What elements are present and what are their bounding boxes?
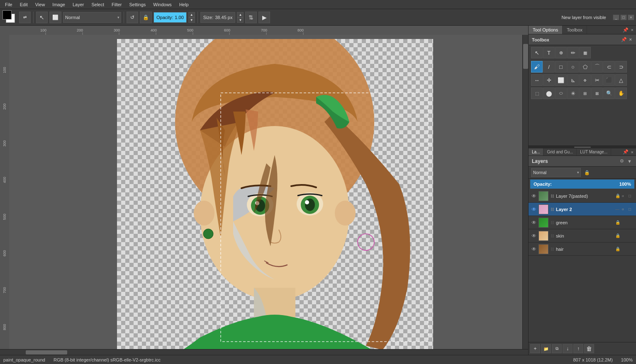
tool-eyedropper[interactable]: ⊕ (555, 47, 567, 58)
toolbox-pin-btn[interactable]: 📌 (620, 36, 628, 43)
tool-sel-border[interactable]: ⊠ (591, 87, 603, 99)
new-layer-btn[interactable]: + (530, 344, 540, 353)
swap-colors-btn[interactable]: ⇄ (19, 12, 31, 23)
tool-smudge[interactable]: ⋄ (579, 74, 591, 86)
layer-eye-pasted[interactable]: 👁 (530, 192, 538, 200)
tool-path2[interactable]: ⊃ (615, 61, 627, 73)
tool-warp[interactable]: ⊾ (567, 74, 579, 86)
tool-zoom[interactable]: 🔍 (603, 87, 615, 99)
layers-panel: La... Grid and Gu... LUT Manage... 📌 × L… (529, 148, 636, 355)
vertical-scrollbar[interactable] (522, 35, 528, 349)
layer-eye-layer2[interactable]: 👁 (530, 206, 538, 213)
layers-close-btn[interactable]: × (630, 149, 634, 155)
tool-align[interactable]: ↔ (531, 74, 543, 86)
panel-close-btn[interactable]: × (630, 27, 634, 33)
menu-layer[interactable]: Layer (69, 1, 88, 8)
layer-eye-green[interactable]: 👁 (530, 219, 538, 226)
delete-layer-btn[interactable]: 🗑 (584, 344, 594, 353)
tab-lut-manager[interactable]: LUT Manage... (577, 148, 611, 155)
reset-opacity-btn[interactable]: ↺ (127, 12, 138, 23)
tool-option-1[interactable]: ↖ (36, 12, 48, 23)
layer-eye-hair[interactable]: 👁 (530, 245, 538, 253)
menu-help[interactable]: Help (176, 1, 192, 8)
layer-row-skin[interactable]: 👁 ⛓ skin 🔒 (529, 229, 636, 243)
layer-lock-skin[interactable]: 🔒 (615, 233, 621, 238)
size-control: Size: 38.45 px (200, 12, 236, 23)
opacity-down-btn[interactable]: ▼ (188, 17, 195, 23)
horizontal-scrollbar[interactable] (0, 349, 528, 355)
tool-sel-fuzzy[interactable]: ✳ (567, 87, 579, 99)
layer-row-green[interactable]: 👁 ⛓ green 🔒 (529, 216, 636, 229)
layer-row-layer2[interactable]: 👁 ⛓ Layer 2 — α □ (529, 203, 636, 216)
foreground-color-swatch[interactable] (2, 10, 12, 19)
tool-text[interactable]: T (543, 47, 555, 58)
minimize-btn[interactable]: _ (613, 15, 619, 20)
close-btn[interactable]: × (628, 15, 634, 20)
tool-polygon[interactable]: ⬠ (579, 61, 591, 73)
layer-eye-skin[interactable]: 👁 (530, 232, 538, 240)
layers-opacity-bar[interactable]: Opacity: 100% (530, 180, 634, 189)
tool-curve[interactable]: ⌒ (591, 61, 603, 73)
tool-pointer[interactable]: ↖ (531, 47, 543, 58)
menu-select[interactable]: Select (88, 1, 107, 8)
layers-lock-btn[interactable]: 🔒 (583, 169, 591, 176)
menu-windows[interactable]: Windows (150, 1, 175, 8)
tool-line[interactable]: / (543, 61, 555, 73)
tool-option-2[interactable]: ⬜ (49, 12, 61, 23)
layer-lock-pasted[interactable]: 🔒 (615, 194, 621, 198)
tab-layers[interactable]: La... (529, 148, 543, 155)
tool-scissors[interactable]: ✂ (591, 74, 603, 86)
horizontal-scrollbar-thumb[interactable] (26, 350, 67, 354)
move-layer-down-btn[interactable]: ↓ (563, 344, 573, 353)
tool-eraser[interactable]: ▦ (579, 47, 591, 58)
duplicate-layer-btn[interactable]: ⧉ (552, 344, 562, 353)
new-layer-group-btn[interactable]: 📁 (541, 344, 551, 353)
tool-perspective[interactable]: △ (615, 74, 627, 86)
tool-path1[interactable]: ⊂ (603, 61, 615, 73)
vertical-scrollbar-thumb[interactable] (523, 44, 528, 69)
layer-lock-layer2[interactable]: — (615, 207, 621, 211)
layer-row-pasted[interactable]: 👁 ⛓ Layer 7(pasted) 🔒 α □ (529, 189, 636, 203)
flip-h-btn[interactable]: ⇅ (245, 12, 257, 23)
tool-sel-freehand[interactable]: ⬭ (555, 87, 567, 99)
layers-settings-btn[interactable]: ⚙ (619, 158, 625, 165)
menu-view[interactable]: View (32, 1, 49, 8)
layers-pin-btn[interactable]: 📌 (622, 148, 629, 155)
tab-grid-guides[interactable]: Grid and Gu... (543, 148, 577, 155)
move-layer-up-btn[interactable]: ↑ (573, 344, 583, 353)
layers-expand-btn[interactable]: ▼ (626, 158, 633, 165)
maximize-btn[interactable]: □ (620, 15, 627, 20)
flip-v-btn[interactable]: ▶ (258, 12, 270, 23)
layer-lock-hair[interactable]: 🔒 (615, 247, 621, 251)
tool-pencil[interactable]: ✏ (567, 47, 579, 58)
layer-lock-green[interactable]: 🔒 (615, 220, 621, 225)
canvas-viewport[interactable] (9, 35, 522, 349)
opacity-up-btn[interactable]: ▲ (188, 12, 195, 17)
menu-filter[interactable]: Filter (108, 1, 125, 8)
panel-pin-btn[interactable]: 📌 (622, 27, 629, 34)
tool-sel-rect[interactable]: ⬚ (531, 87, 543, 99)
tool-paintbrush[interactable]: 🖌 (531, 61, 543, 73)
tab-tool-options[interactable]: Tool Options (529, 26, 563, 34)
lock-opacity-btn[interactable]: 🔒 (140, 12, 152, 23)
layer-row-hair[interactable]: 👁 ⛓ hair 🔒 (529, 243, 636, 256)
menu-edit[interactable]: Edit (17, 1, 31, 8)
size-up-btn[interactable]: ▲ (237, 12, 244, 17)
tool-move[interactable]: ✛ (543, 74, 555, 86)
tool-circle[interactable]: ○ (567, 61, 579, 73)
tool-sel-grow[interactable]: ⊞ (579, 87, 591, 99)
size-down-btn[interactable]: ▼ (237, 17, 244, 23)
menu-settings[interactable]: Settings (126, 1, 149, 8)
layers-mode-select[interactable]: Normal Multiply Screen (531, 168, 581, 177)
menu-file[interactable]: File (2, 1, 16, 8)
tool-clone[interactable]: ⬛ (603, 74, 615, 86)
menu-image[interactable]: Image (49, 1, 68, 8)
toolbox-close-btn[interactable]: × (629, 36, 633, 43)
tool-crop[interactable]: ⬜ (555, 74, 567, 86)
tool-pan[interactable]: ✋ (615, 87, 627, 99)
tool-sel-ellipse[interactable]: ⬤ (543, 87, 555, 99)
tool-rect[interactable]: □ (555, 61, 567, 73)
tab-toolbox[interactable]: Toolbox (563, 26, 587, 34)
layer-extra-layer2: □ (629, 207, 634, 211)
mode-select[interactable]: Normal Dissolve Multiply Screen (63, 12, 121, 23)
